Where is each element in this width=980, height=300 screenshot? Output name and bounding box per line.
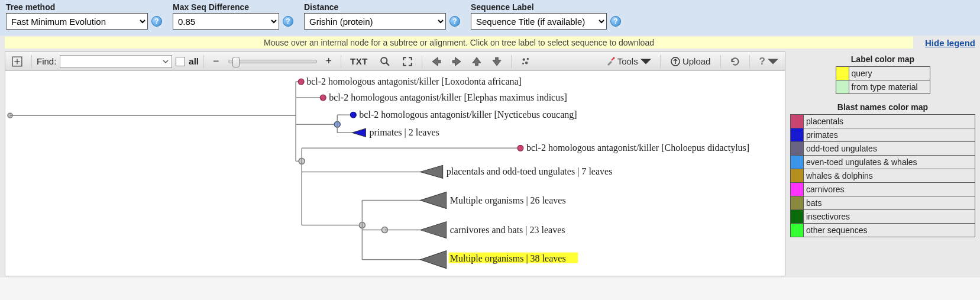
all-label: all (189, 56, 199, 66)
help-icon[interactable]: ? (151, 16, 162, 27)
svg-point-5 (523, 58, 525, 60)
legend-row[interactable]: primates (791, 128, 975, 142)
help-icon[interactable]: ? (610, 16, 621, 27)
fit-screen-icon[interactable] (398, 54, 417, 69)
find-input[interactable] (60, 55, 172, 68)
legend-row[interactable]: bats (791, 196, 975, 210)
svg-text:placentals and odd-toed ungula: placentals and odd-toed ungulates | 7 le… (447, 166, 613, 177)
sequence-label-group: Sequence Label Sequence Title (if availa… (471, 2, 621, 30)
label-map-table: query from type material (836, 66, 930, 94)
svg-point-7 (525, 62, 528, 64)
arrow-right-icon[interactable] (447, 54, 466, 69)
leaf-choloepus[interactable]: bcl-2 homologous antagonist/killer [Chol… (518, 143, 749, 153)
svg-text:bcl-2 homologous antagonist/ki: bcl-2 homologous antagonist/killer [Loxo… (306, 76, 522, 87)
label-map-title: Label color map (790, 54, 975, 64)
legend-row: from type material (836, 80, 930, 94)
distance-select[interactable]: Grishin (protein) (304, 13, 446, 30)
legend-name: bats (804, 196, 975, 210)
legend-row[interactable]: other sequences (791, 224, 975, 237)
svg-text:bcl-2 homologous antagonist/ki: bcl-2 homologous antagonist/killer [Nyct… (359, 109, 577, 120)
legend-row[interactable]: whales & dolphins (791, 169, 975, 183)
legend-name: even-toed ungulates & whales (804, 156, 975, 169)
tree-method-select[interactable]: Fast Minimum Evolution (6, 13, 148, 30)
leaf-primates[interactable]: primates | 2 leaves (352, 127, 439, 138)
svg-point-38 (320, 95, 326, 101)
hint-text: Mouse over an internal node for a subtre… (5, 37, 913, 49)
legend-row[interactable]: odd-toed ungulates (791, 142, 975, 156)
svg-point-8 (522, 62, 524, 64)
help-dropdown-button[interactable]: ? (755, 54, 782, 69)
leaf-elephas[interactable]: bcl-2 homologous antagonist/killer [Elep… (320, 92, 567, 103)
max-seq-diff-group: Max Seq Difference 0.85 ? (173, 2, 293, 30)
legend-panel: Label color map query from type material… (788, 50, 980, 278)
legend-name: insectivores (804, 210, 975, 224)
all-checkbox[interactable] (176, 57, 185, 66)
blast-map-table: placentals primates odd-toed ungulates e… (790, 114, 975, 237)
legend-name: primates (804, 128, 975, 142)
upload-button[interactable]: Upload (665, 54, 716, 69)
svg-point-40 (350, 112, 356, 118)
top-controls: Tree method Fast Minimum Evolution ? Max… (0, 0, 980, 36)
legend-row[interactable]: placentals (791, 115, 975, 128)
legend-row[interactable]: even-toed ungulates & whales (791, 156, 975, 169)
leaf-nycticebus[interactable]: bcl-2 homologous antagonist/killer [Nyct… (350, 109, 577, 120)
leaf-multi26[interactable]: Multiple organisms | 26 leaves (421, 192, 566, 208)
svg-point-3 (381, 57, 387, 63)
tree-method-group: Tree method Fast Minimum Evolution ? (6, 2, 162, 30)
zoom-slider[interactable] (228, 60, 317, 63)
svg-point-43 (518, 145, 523, 151)
hint-bar: Mouse over an internal node for a subtre… (0, 36, 980, 50)
svg-text:bcl-2 homologous antagonist/ki: bcl-2 homologous antagonist/killer [Chol… (526, 143, 749, 153)
magnifier-icon[interactable] (376, 54, 394, 69)
arrow-up-icon[interactable] (467, 54, 486, 69)
legend-name: from type material (849, 80, 930, 94)
legend-row[interactable]: carnivores (791, 183, 975, 196)
svg-point-36 (298, 79, 304, 85)
svg-text:Multiple organisms | 26 leaves: Multiple organisms | 26 leaves (450, 195, 566, 206)
distance-label: Distance (304, 2, 460, 12)
legend-name: odd-toed ungulates (804, 142, 975, 156)
legend-name: placentals (804, 115, 975, 128)
legend-name: carnivores (804, 183, 975, 196)
help-icon[interactable]: ? (449, 16, 460, 27)
legend-row[interactable]: insectivores (791, 210, 975, 224)
max-seq-diff-label: Max Seq Difference (173, 2, 293, 12)
leaf-carnivores-bats[interactable]: carnivores and bats | 23 leaves (421, 222, 565, 238)
tree-method-label: Tree method (6, 2, 162, 12)
tree-canvas[interactable]: bcl-2 homologous antagonist/killer [Loxo… (5, 71, 785, 276)
legend-row: query (836, 67, 930, 80)
svg-text:Multiple organisms | 38 leaves: Multiple organisms | 38 leaves (450, 253, 566, 264)
sequence-label-label: Sequence Label (471, 2, 621, 12)
svg-text:primates | 2 leaves: primates | 2 leaves (369, 127, 439, 138)
sequence-label-select[interactable]: Sequence Title (if available) (471, 13, 607, 30)
find-label: Find: (37, 56, 56, 66)
hide-legend-link[interactable]: Hide legend (925, 38, 975, 48)
svg-point-9 (613, 57, 614, 59)
help-icon[interactable]: ? (283, 16, 293, 27)
tools-button[interactable]: Tools (601, 54, 655, 69)
zoom-out-button[interactable]: − (209, 54, 224, 69)
svg-text:carnivores and bats | 23 leave: carnivores and bats | 23 leaves (450, 225, 565, 236)
expand-square-icon[interactable] (8, 54, 27, 69)
svg-line-4 (386, 63, 389, 66)
arrow-down-icon[interactable] (487, 54, 506, 69)
svg-point-6 (527, 57, 529, 59)
nav-arrows-group (427, 54, 506, 69)
distance-group: Distance Grishin (protein) ? (304, 2, 460, 30)
leaf-multi38[interactable]: Multiple organisms | 38 leaves (421, 251, 578, 269)
txt-export-button[interactable]: TXT (346, 54, 372, 69)
max-seq-diff-select[interactable]: 0.85 (173, 13, 279, 30)
refresh-icon[interactable] (726, 54, 745, 69)
blast-map-title: Blast names color map (790, 102, 975, 112)
cluster-icon[interactable] (516, 54, 535, 69)
leaf-placentals-odd[interactable]: placentals and odd-toed ungulates | 7 le… (421, 165, 613, 178)
arrow-left-icon[interactable] (427, 54, 446, 69)
legend-name: whales & dolphins (804, 169, 975, 183)
legend-name: query (849, 67, 930, 80)
tree-viewer-panel: Find: all − + TXT (5, 51, 785, 276)
viewer-toolbar: Find: all − + TXT (5, 52, 785, 71)
svg-text:bcl-2 homologous antagonist/ki: bcl-2 homologous antagonist/killer [Elep… (329, 92, 567, 103)
leaf-loxodonta[interactable]: bcl-2 homologous antagonist/killer [Loxo… (298, 76, 522, 87)
legend-name: other sequences (804, 224, 975, 237)
zoom-in-button[interactable]: + (322, 54, 337, 69)
